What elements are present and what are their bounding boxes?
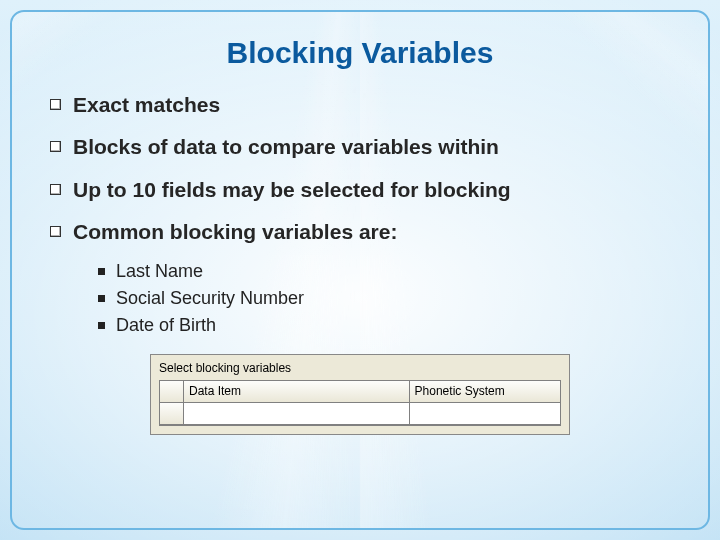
blocking-grid: Data Item Phonetic System: [159, 380, 561, 426]
panel-label: Select blocking variables: [159, 361, 561, 375]
slide: Blocking Variables Exact matches Blocks …: [0, 0, 720, 540]
bullet-text: Common blocking variables are:: [73, 219, 397, 245]
screenshot-panel: Select blocking variables Data Item Phon…: [150, 354, 570, 435]
slide-card: Blocking Variables Exact matches Blocks …: [10, 10, 710, 530]
bullet-text: Up to 10 fields may be selected for bloc…: [73, 177, 511, 203]
list-item: Blocks of data to compare variables with…: [50, 134, 674, 160]
grid-corner: [160, 381, 184, 403]
sub-bullet-list: Last Name Social Security Number Date of…: [98, 261, 674, 336]
list-item: Common blocking variables are:: [50, 219, 674, 245]
list-item: Exact matches: [50, 92, 674, 118]
grid-cell[interactable]: [410, 403, 560, 425]
row-header: [160, 403, 184, 425]
sub-list-item: Date of Birth: [98, 315, 674, 336]
embedded-screenshot: Select blocking variables Data Item Phon…: [150, 354, 570, 435]
column-header: Phonetic System: [410, 381, 560, 403]
list-item: Up to 10 fields may be selected for bloc…: [50, 177, 674, 203]
bullet-text: Exact matches: [73, 92, 220, 118]
column-header: Data Item: [184, 381, 410, 403]
square-bullet-icon: [50, 141, 61, 152]
square-bullet-icon: [50, 184, 61, 195]
slide-title: Blocking Variables: [46, 36, 674, 70]
sub-list-item: Social Security Number: [98, 288, 674, 309]
sub-list-item: Last Name: [98, 261, 674, 282]
square-bullet-icon: [50, 226, 61, 237]
bullet-text: Blocks of data to compare variables with…: [73, 134, 499, 160]
bullet-list: Exact matches Blocks of data to compare …: [46, 92, 674, 245]
square-bullet-icon: [50, 99, 61, 110]
grid-cell[interactable]: [184, 403, 410, 425]
